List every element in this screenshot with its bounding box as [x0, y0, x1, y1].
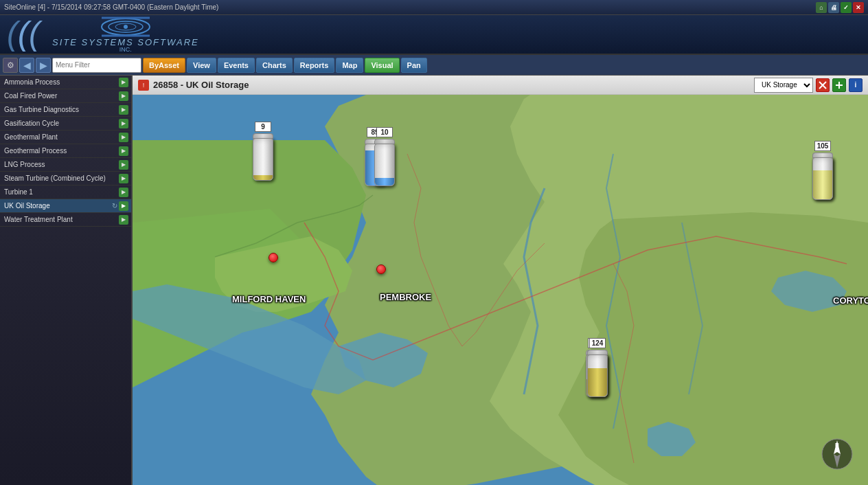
sidebar-indicator-lng: ▶: [119, 160, 128, 170]
nav-byasset-button[interactable]: ByAsset: [143, 58, 185, 73]
sidebar-refresh-icon: ↻: [112, 202, 117, 210]
sidebar-indicator-coal: ▶: [119, 91, 128, 101]
sidebar-label-geoplant: Geothermal Plant: [4, 133, 58, 141]
sidebar-item-water[interactable]: Water Treatment Plant ▶: [0, 213, 131, 227]
tank-value-124: 124: [589, 338, 606, 348]
sidebar-label-lng: LNG Process: [4, 161, 45, 168]
sidebar: Ammonia Process ▶ Coal Fired Power ▶ Gas…: [0, 76, 133, 485]
map-header: ! 26858 - UK Oil Storage UK Storage i: [133, 76, 868, 95]
sidebar-item-lng[interactable]: LNG Process ▶: [0, 158, 131, 172]
sidebar-label-turbine1: Turbine 1: [4, 188, 33, 196]
sidebar-label-ammonia: Ammonia Process: [4, 78, 60, 86]
sidebar-label-geoprocess: Geothermal Process: [4, 147, 67, 155]
sidebar-item-gasturbine[interactable]: Gas Turbine Diagnostics ▶: [0, 103, 131, 117]
map-info-button[interactable]: i: [849, 78, 863, 92]
svg-point-5: [124, 25, 128, 29]
milford-haven-label: MILFORD HAVEN: [232, 294, 306, 304]
sidebar-indicator-geoprocess: ▶: [119, 146, 128, 156]
sidebar-item-geoprocess[interactable]: Geothermal Process ▶: [0, 144, 131, 158]
map-area: ! 26858 - UK Oil Storage UK Storage i: [133, 76, 868, 485]
titlebar-text: SiteOnline [4] - 7/15/2014 09:27:58 GMT-…: [4, 3, 218, 11]
close-button[interactable]: ✕: [853, 2, 864, 13]
sidebar-item-ukoil[interactable]: ↻ UK Oil Storage ▶: [0, 199, 131, 213]
sidebar-item-steam[interactable]: Steam Turbine (Combined Cycle) ▶: [0, 172, 131, 185]
map-remove-button[interactable]: [816, 78, 830, 92]
north-compass: N: [820, 437, 854, 471]
map-alert-icon: !: [138, 80, 149, 91]
nav-charts-button[interactable]: Charts: [256, 58, 293, 73]
tank-value-10: 10: [376, 127, 393, 137]
nav-map-button[interactable]: Map: [336, 58, 363, 73]
sidebar-label-coal: Coal Fired Power: [4, 92, 57, 100]
header: (( (( Site Systems Software INC.: [0, 15, 868, 55]
nav-view-button[interactable]: View: [187, 58, 216, 73]
sidebar-indicator-ukoil: ▶: [119, 201, 128, 211]
nav-events-button[interactable]: Events: [218, 58, 255, 73]
nav-visual-button[interactable]: Visual: [365, 58, 399, 73]
print-button[interactable]: 🖨: [828, 2, 839, 13]
map-add-button[interactable]: [832, 78, 846, 92]
map-canvas[interactable]: 41 9 MI: [133, 95, 868, 485]
sidebar-indicator-steam: ▶: [119, 174, 128, 183]
sidebar-label-steam: Steam Turbine (Combined Cycle): [4, 174, 106, 182]
prev-button[interactable]: ◀: [19, 58, 34, 73]
sidebar-label-gasturbine: Gas Turbine Diagnostics: [4, 106, 79, 113]
titlebar: SiteOnline [4] - 7/15/2014 09:27:58 GMT-…: [0, 0, 868, 15]
tank-pembroke-3: 10: [374, 127, 395, 186]
tank-milford-2: 9: [253, 122, 273, 181]
tank-fawley-4: 124: [587, 338, 608, 397]
tank-value-9: 9: [255, 122, 271, 132]
pembroke-label: PEMBROKE: [380, 292, 431, 302]
svg-text:((: ((: [18, 17, 43, 52]
sidebar-indicator-gasification: ▶: [119, 119, 128, 128]
sidebar-indicator-water: ▶: [119, 215, 128, 225]
settings-button[interactable]: ⚙: [3, 58, 18, 73]
check-button[interactable]: ✓: [841, 2, 852, 13]
sidebar-indicator-turbine1: ▶: [119, 188, 128, 197]
svg-text:N: N: [835, 442, 839, 448]
nav-pan-button[interactable]: Pan: [401, 58, 427, 73]
sidebar-indicator-ammonia: ▶: [119, 78, 128, 87]
sidebar-label-ukoil: UK Oil Storage: [4, 202, 50, 210]
signal-icon: [98, 16, 153, 37]
next-button[interactable]: ▶: [36, 58, 51, 73]
titlebar-buttons: ⌂ 🖨 ✓ ✕: [816, 2, 864, 13]
logo-waves-icon: (( ((: [5, 17, 47, 52]
sidebar-indicator-gasturbine: ▶: [119, 105, 128, 115]
sidebar-item-gasification[interactable]: Gasification Cycle ▶: [0, 117, 131, 131]
milford-haven-dot: [269, 253, 278, 262]
sidebar-label-gasification: Gasification Cycle: [4, 120, 59, 127]
main-content: Ammonia Process ▶ Coal Fired Power ▶ Gas…: [0, 76, 868, 485]
sidebar-item-turbine1[interactable]: Turbine 1 ▶: [0, 185, 131, 199]
map-view-dropdown[interactable]: UK Storage: [754, 78, 813, 93]
sidebar-item-geoplant[interactable]: Geothermal Plant ▶: [0, 131, 131, 144]
home-button[interactable]: ⌂: [816, 2, 827, 13]
logo-area: (( (( Site Systems Software INC.: [5, 16, 199, 53]
logo-brand-area: Site Systems Software INC.: [52, 16, 199, 53]
sidebar-item-coal[interactable]: Coal Fired Power ▶: [0, 89, 131, 103]
map-title: 26858 - UK Oil Storage: [153, 80, 249, 90]
tank-coryton-3: 105: [812, 141, 833, 200]
toolbar: ⚙ ◀ ▶ ByAsset View Events Charts Reports…: [0, 55, 868, 76]
pembroke-dot: [376, 264, 386, 274]
nav-reports-button[interactable]: Reports: [294, 58, 335, 73]
sidebar-item-ammonia[interactable]: Ammonia Process ▶: [0, 76, 131, 89]
map-header-controls: UK Storage i: [754, 78, 863, 93]
coryton-label: CORYTON: [833, 295, 868, 306]
sidebar-indicator-geoplant: ▶: [119, 133, 128, 142]
menu-filter-input[interactable]: [52, 58, 141, 73]
tank-value-105b: 105: [814, 141, 832, 151]
sidebar-label-water: Water Treatment Plant: [4, 216, 73, 223]
brand-inc: INC.: [119, 46, 132, 53]
map-svg: [133, 95, 868, 485]
